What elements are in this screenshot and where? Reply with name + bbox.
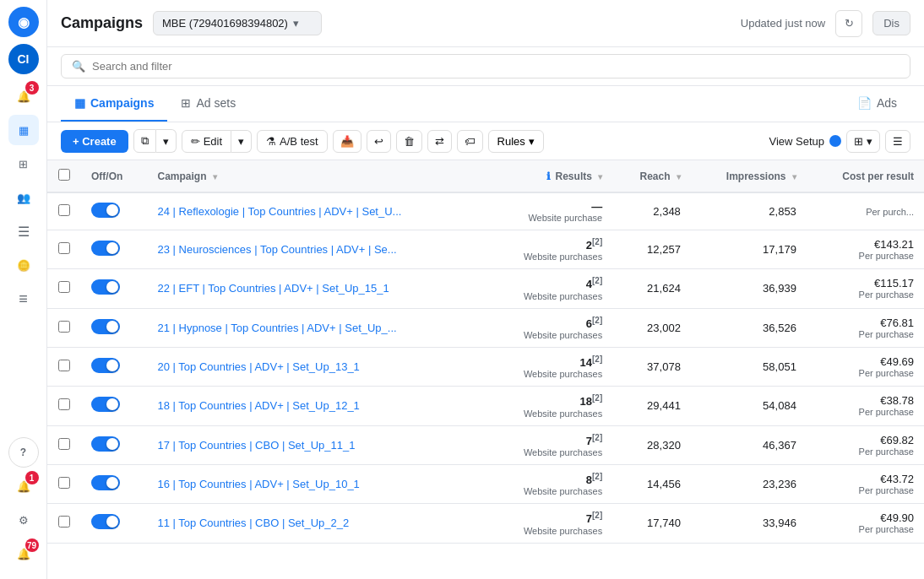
reach-sort-icon[interactable]: ▾ bbox=[677, 172, 681, 181]
row-checkbox-cell-0 bbox=[47, 192, 81, 230]
table-row: 22 | EFT | Top Countries | ADV+ | Set_Up… bbox=[47, 269, 924, 308]
edit-icon: ✏ bbox=[191, 135, 200, 148]
reach-cell-2: 21,624 bbox=[612, 269, 691, 308]
row-checkbox-1[interactable] bbox=[58, 242, 70, 254]
row-checkbox-0[interactable] bbox=[58, 204, 70, 216]
impressions-sort-icon[interactable]: ▾ bbox=[792, 172, 796, 181]
search-input[interactable] bbox=[92, 60, 900, 73]
refresh-button[interactable]: ↻ bbox=[835, 10, 862, 37]
row-checkbox-4[interactable] bbox=[58, 360, 70, 371]
campaign-cell-5: 18 | Top Countries | ADV+ | Set_Up_12_1 bbox=[147, 387, 486, 425]
campaign-link-7[interactable]: 16 | Top Countries | ADV+ | Set_Up_10_1 bbox=[157, 478, 359, 490]
tag-button[interactable]: 🏷 bbox=[457, 130, 483, 153]
reach-cell-3: 23,002 bbox=[612, 308, 691, 347]
chevron-down-icon: ▾ bbox=[529, 135, 535, 148]
campaigns-tab-icon: ▦ bbox=[74, 96, 85, 110]
sidebar-item-alerts[interactable]: 🔔 79 bbox=[8, 538, 39, 569]
account-selector[interactable]: MBE (729401698394802) ▾ bbox=[153, 11, 322, 35]
toggle-switch-0[interactable] bbox=[91, 203, 120, 218]
campaign-link-8[interactable]: 11 | Top Countries | CBO | Set_Up_2_2 bbox=[157, 517, 349, 529]
cost-value-5: €38.78 bbox=[817, 394, 914, 407]
sidebar-item-layers[interactable]: ⊞ bbox=[8, 149, 39, 179]
result-label-2: Website purchases bbox=[496, 291, 602, 301]
cost-value-6: €69.82 bbox=[817, 434, 914, 446]
campaign-link-3[interactable]: 21 | Hypnose | Top Countries | ADV+ | Se… bbox=[157, 322, 396, 334]
create-button[interactable]: + Create bbox=[61, 130, 128, 153]
sidebar-item-list[interactable]: ☰ bbox=[8, 216, 39, 246]
result-cell-5: 18[2] Website purchases bbox=[486, 387, 612, 425]
archive-button[interactable]: 📥 bbox=[333, 130, 361, 153]
cost-cell-8: €49.90 Per purchase bbox=[807, 504, 924, 543]
campaign-link-4[interactable]: 20 | Top Countries | ADV+ | Set_Up_13_1 bbox=[157, 360, 359, 373]
campaign-cell-2: 22 | EFT | Top Countries | ADV+ | Set_Up… bbox=[147, 269, 486, 308]
toggle-switch-7[interactable] bbox=[91, 475, 120, 490]
swap-button[interactable]: ⇄ bbox=[427, 130, 452, 153]
breakdown-button[interactable]: ☰ bbox=[885, 130, 910, 153]
row-checkbox-3[interactable] bbox=[58, 321, 70, 333]
sidebar-item-people[interactable]: 👥 bbox=[8, 182, 39, 213]
campaign-cell-1: 23 | Neurosciences | Top Countries | ADV… bbox=[147, 230, 486, 269]
cost-value-4: €49.69 bbox=[817, 355, 914, 368]
copy-icon: ⧉ bbox=[141, 134, 149, 148]
results-column-header: ℹ Results ▾ bbox=[486, 160, 612, 192]
bell-badge: 3 bbox=[25, 81, 39, 95]
sidebar-item-settings[interactable]: ⚙ bbox=[8, 505, 39, 535]
table-row: 24 | Reflexologie | Top Countries | ADV+… bbox=[47, 192, 924, 230]
result-value-0: — bbox=[496, 200, 602, 213]
reach-cell-8: 17,740 bbox=[612, 504, 691, 543]
tab-campaigns[interactable]: ▦ Campaigns bbox=[61, 86, 167, 122]
campaign-link-6[interactable]: 17 | Top Countries | CBO | Set_Up_11_1 bbox=[157, 439, 355, 452]
row-checkbox-8[interactable] bbox=[58, 516, 70, 528]
campaign-link-5[interactable]: 18 | Top Countries | ADV+ | Set_Up_12_1 bbox=[157, 399, 359, 412]
sidebar-item-help[interactable]: ? bbox=[8, 437, 39, 468]
campaign-link-1[interactable]: 23 | Neurosciences | Top Countries | ADV… bbox=[157, 243, 396, 256]
delete-button[interactable]: 🗑 bbox=[396, 130, 422, 153]
campaign-cell-7: 16 | Top Countries | ADV+ | Set_Up_10_1 bbox=[147, 464, 486, 503]
cost-value-8: €49.90 bbox=[817, 511, 914, 524]
rules-button[interactable]: Rules ▾ bbox=[488, 130, 544, 153]
sidebar-item-coins[interactable]: 🪙 bbox=[8, 250, 39, 280]
results-info-icon[interactable]: ℹ bbox=[546, 170, 551, 182]
search-wrapper: 🔍 bbox=[61, 54, 910, 78]
row-checkbox-2[interactable] bbox=[58, 281, 70, 293]
results-sort-icon[interactable]: ▾ bbox=[598, 172, 602, 181]
row-checkbox-7[interactable] bbox=[58, 477, 70, 489]
toggle-switch-5[interactable] bbox=[91, 397, 120, 412]
tab-adsets[interactable]: ⊞ Ad sets bbox=[167, 86, 249, 122]
undo-button[interactable]: ↩ bbox=[367, 130, 391, 153]
toggle-switch-3[interactable] bbox=[91, 319, 120, 334]
copy-button[interactable]: ⧉ bbox=[133, 129, 156, 153]
row-checkbox-6[interactable] bbox=[58, 438, 70, 450]
page-title: Campaigns bbox=[61, 14, 143, 32]
ab-test-button[interactable]: ⚗ A/B test bbox=[257, 130, 328, 153]
toggle-switch-8[interactable] bbox=[91, 514, 120, 529]
select-all-checkbox[interactable] bbox=[58, 169, 70, 181]
result-cell-1: 2[2] Website purchases bbox=[486, 230, 612, 269]
row-checkbox-5[interactable] bbox=[58, 398, 70, 410]
toggle-switch-2[interactable] bbox=[91, 279, 120, 295]
sidebar-item-notifications[interactable]: 🔔 1 bbox=[8, 471, 39, 501]
tab-ads[interactable]: 📄 Ads bbox=[844, 86, 910, 122]
cost-value-3: €76.81 bbox=[817, 317, 914, 329]
toggle-cell-7 bbox=[81, 464, 147, 503]
campaign-sort-icon[interactable]: ▾ bbox=[213, 172, 217, 181]
column-toggle-button[interactable]: ⊞ ▾ bbox=[846, 130, 880, 153]
campaign-cell-0: 24 | Reflexologie | Top Countries | ADV+… bbox=[147, 192, 486, 230]
toggle-switch-4[interactable] bbox=[91, 358, 120, 373]
notification-badge: 1 bbox=[25, 471, 39, 484]
campaign-link-2[interactable]: 22 | EFT | Top Countries | ADV+ | Set_Up… bbox=[157, 282, 389, 295]
dis-button[interactable]: Dis bbox=[872, 11, 910, 35]
edit-button[interactable]: ✏ Edit bbox=[182, 130, 231, 153]
campaign-link-0[interactable]: 24 | Reflexologie | Top Countries | ADV+… bbox=[157, 205, 401, 218]
sidebar-item-bell[interactable]: 🔔 3 bbox=[8, 81, 39, 111]
toggle-cell-5 bbox=[81, 387, 147, 425]
sidebar-item-menu[interactable]: ≡ bbox=[8, 284, 39, 314]
edit-dropdown-button[interactable]: ▾ bbox=[231, 130, 252, 153]
campaigns-table-container: Off/On Campaign ▾ ℹ Results ▾ Reach bbox=[47, 160, 924, 579]
copy-dropdown-button[interactable]: ▾ bbox=[156, 129, 177, 153]
cost-cell-3: €76.81 Per purchase bbox=[807, 308, 924, 347]
toggle-switch-6[interactable] bbox=[91, 436, 120, 452]
sidebar-item-grid[interactable]: ▦ bbox=[8, 115, 39, 145]
view-setup-control[interactable]: View Setup bbox=[769, 135, 841, 148]
toggle-switch-1[interactable] bbox=[91, 241, 120, 256]
